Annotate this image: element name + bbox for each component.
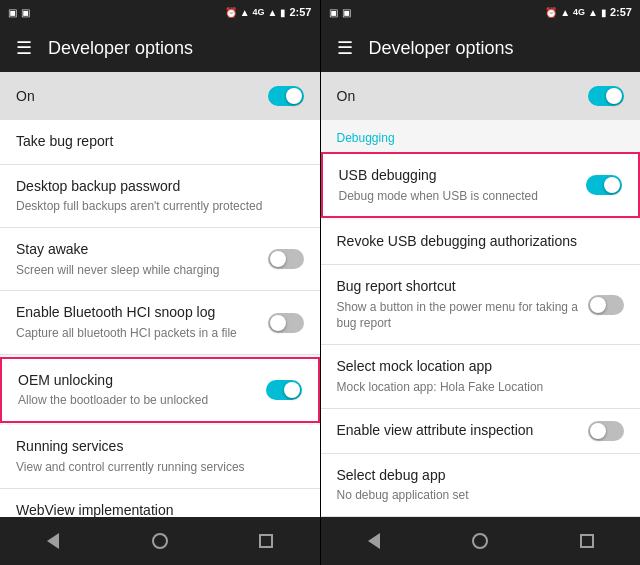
home-circle-icon bbox=[152, 533, 168, 549]
setting-title-oem: OEM unlocking bbox=[18, 371, 266, 391]
setting-bluetooth-hci[interactable]: Enable Bluetooth HCI snoop log Capture a… bbox=[0, 291, 320, 354]
toggle-bluetooth[interactable] bbox=[268, 313, 304, 333]
setting-subtitle-usb: Debug mode when USB is connected bbox=[339, 188, 587, 205]
menu-icon-right[interactable]: ☰ bbox=[337, 37, 353, 59]
signal-icon-r: ▲ bbox=[588, 7, 598, 18]
home-button-left[interactable] bbox=[136, 517, 184, 565]
alarm-icon-r: ⏰ bbox=[545, 7, 557, 18]
on-row-left: On bbox=[0, 72, 320, 120]
toggle-oem[interactable] bbox=[266, 380, 302, 400]
status-bar-right: ▣ ▣ ⏰ ▲ 4G ▲ ▮ 2:57 bbox=[321, 0, 641, 24]
setting-usb-debugging[interactable]: USB debugging Debug mode when USB is con… bbox=[321, 152, 641, 218]
setting-title-webview: WebView implementation bbox=[16, 501, 304, 517]
left-panel: ▣ ▣ ⏰ ▲ 4G ▲ ▮ 2:57 ☰ Developer options … bbox=[0, 0, 320, 565]
master-toggle-right[interactable] bbox=[588, 86, 624, 106]
setting-backup-password[interactable]: Desktop backup password Desktop full bac… bbox=[0, 165, 320, 228]
settings-list-right: Debugging USB debugging Debug mode when … bbox=[321, 120, 641, 517]
setting-title-revoke: Revoke USB debugging authorizations bbox=[337, 232, 625, 252]
setting-bug-shortcut[interactable]: Bug report shortcut Show a button in the… bbox=[321, 265, 641, 345]
setting-webview[interactable]: WebView implementation Chrome Stable bbox=[0, 489, 320, 517]
setting-title-bluetooth: Enable Bluetooth HCI snoop log bbox=[16, 303, 268, 323]
on-label-right: On bbox=[337, 88, 356, 104]
right-panel: ▣ ▣ ⏰ ▲ 4G ▲ ▮ 2:57 ☰ Developer options … bbox=[321, 0, 641, 565]
recent-button-right[interactable] bbox=[563, 517, 611, 565]
setting-bug-report[interactable]: Take bug report bbox=[0, 120, 320, 165]
toggle-usb[interactable] bbox=[586, 175, 622, 195]
status-time: 2:57 bbox=[289, 6, 311, 18]
setting-subtitle-oem: Allow the bootloader to be unlocked bbox=[18, 392, 266, 409]
menu-icon[interactable]: ☰ bbox=[16, 37, 32, 59]
toolbar-title-left: Developer options bbox=[48, 38, 193, 59]
on-label-left: On bbox=[16, 88, 35, 104]
back-button-left[interactable] bbox=[29, 517, 77, 565]
setting-subtitle-bluetooth: Capture all bluetooth HCI packets in a f… bbox=[16, 325, 268, 342]
status-icons-right: ⏰ ▲ 4G ▲ ▮ 2:57 bbox=[225, 6, 312, 18]
toolbar-right: ☰ Developer options bbox=[321, 24, 641, 72]
sim-icon-r: ▣ bbox=[329, 7, 338, 18]
section-header-text: Debugging bbox=[337, 131, 395, 145]
4g-icon-r: 4G bbox=[573, 7, 585, 17]
4g-icon: 4G bbox=[253, 7, 265, 17]
nav-bar-left bbox=[0, 517, 320, 565]
setting-subtitle-select-debug: No debug application set bbox=[337, 487, 625, 504]
on-row-right: On bbox=[321, 72, 641, 120]
setting-title-stay-awake: Stay awake bbox=[16, 240, 268, 260]
nav-bar-right bbox=[321, 517, 641, 565]
status-icons-right-right: ⏰ ▲ 4G ▲ ▮ 2:57 bbox=[545, 6, 632, 18]
setting-title-view-attr: Enable view attribute inspection bbox=[337, 421, 589, 441]
setting-oem-unlocking[interactable]: OEM unlocking Allow the bootloader to be… bbox=[0, 357, 320, 423]
setting-subtitle-mock: Mock location app: Hola Fake Location bbox=[337, 379, 625, 396]
settings-list-left: Take bug report Desktop backup password … bbox=[0, 120, 320, 517]
setting-running-services[interactable]: Running services View and control curren… bbox=[0, 425, 320, 488]
sim2-icon: ▣ bbox=[21, 7, 30, 18]
recent-button-left[interactable] bbox=[242, 517, 290, 565]
status-time-right: 2:57 bbox=[610, 6, 632, 18]
sim-icon: ▣ bbox=[8, 7, 17, 18]
sim2-icon-r: ▣ bbox=[342, 7, 351, 18]
status-icons-right-left: ▣ ▣ bbox=[329, 7, 351, 18]
toggle-view-attr[interactable] bbox=[588, 421, 624, 441]
setting-select-debug[interactable]: Select debug app No debug application se… bbox=[321, 454, 641, 517]
setting-subtitle-running: View and control currently running servi… bbox=[16, 459, 304, 476]
toolbar-title-right: Developer options bbox=[369, 38, 514, 59]
status-bar-left: ▣ ▣ ⏰ ▲ 4G ▲ ▮ 2:57 bbox=[0, 0, 320, 24]
setting-revoke-usb[interactable]: Revoke USB debugging authorizations bbox=[321, 220, 641, 265]
back-button-right[interactable] bbox=[350, 517, 398, 565]
setting-title-mock: Select mock location app bbox=[337, 357, 625, 377]
setting-subtitle-stay-awake: Screen will never sleep while charging bbox=[16, 262, 268, 279]
battery-icon: ▮ bbox=[280, 7, 286, 18]
setting-subtitle-backup: Desktop full backups aren't currently pr… bbox=[16, 198, 304, 215]
setting-title-bug-shortcut: Bug report shortcut bbox=[337, 277, 589, 297]
toggle-stay-awake[interactable] bbox=[268, 249, 304, 269]
back-arrow-icon-right bbox=[368, 533, 380, 549]
setting-subtitle-bug-shortcut: Show a button in the power menu for taki… bbox=[337, 299, 589, 333]
section-header-debugging: Debugging bbox=[321, 120, 641, 150]
setting-title-select-debug: Select debug app bbox=[337, 466, 625, 486]
master-toggle-left[interactable] bbox=[268, 86, 304, 106]
setting-title-usb: USB debugging bbox=[339, 166, 587, 186]
battery-icon-r: ▮ bbox=[601, 7, 607, 18]
setting-title-running: Running services bbox=[16, 437, 304, 457]
setting-title-bug-report: Take bug report bbox=[16, 132, 304, 152]
setting-mock-location[interactable]: Select mock location app Mock location a… bbox=[321, 345, 641, 408]
status-icons-left: ▣ ▣ bbox=[8, 7, 30, 18]
alarm-icon: ⏰ bbox=[225, 7, 237, 18]
setting-view-attribute[interactable]: Enable view attribute inspection bbox=[321, 409, 641, 454]
setting-title-backup: Desktop backup password bbox=[16, 177, 304, 197]
home-circle-icon-right bbox=[472, 533, 488, 549]
home-button-right[interactable] bbox=[456, 517, 504, 565]
toggle-bug-shortcut[interactable] bbox=[588, 295, 624, 315]
toolbar-left: ☰ Developer options bbox=[0, 24, 320, 72]
wifi-icon: ▲ bbox=[240, 7, 250, 18]
back-arrow-icon bbox=[47, 533, 59, 549]
recent-square-icon bbox=[259, 534, 273, 548]
setting-stay-awake[interactable]: Stay awake Screen will never sleep while… bbox=[0, 228, 320, 291]
signal-icon: ▲ bbox=[268, 7, 278, 18]
wifi-icon-r: ▲ bbox=[560, 7, 570, 18]
recent-square-icon-right bbox=[580, 534, 594, 548]
